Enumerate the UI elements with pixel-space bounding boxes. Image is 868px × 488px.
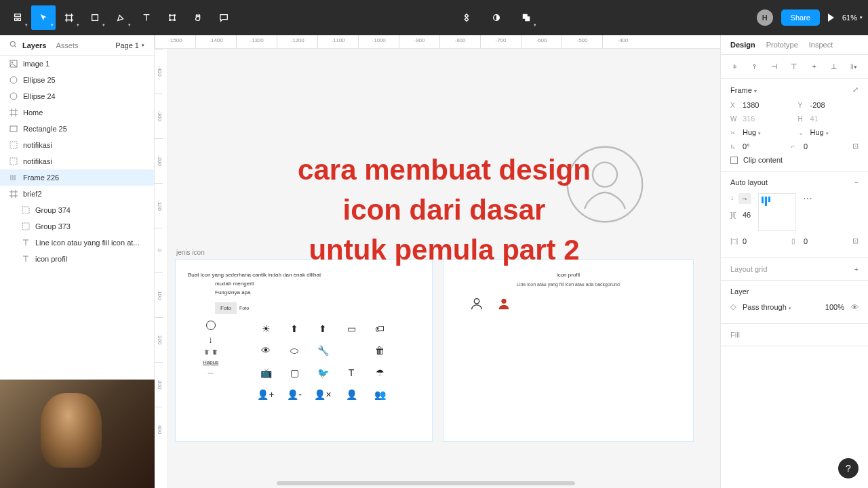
layer-item[interactable]: Group 373 [0, 218, 154, 235]
layer-item[interactable]: brief2 [0, 186, 154, 202]
hresize-select[interactable]: Hug ▾ [743, 128, 761, 136]
text-icon [22, 239, 30, 247]
main-menu-button[interactable]: ▾ [5, 5, 30, 30]
mask-icon[interactable] [484, 5, 509, 30]
gap-input[interactable]: 46 [743, 211, 751, 219]
layer-item[interactable]: image 1 [0, 56, 154, 72]
layer-item[interactable]: icon profil [0, 251, 154, 267]
svg-rect-0 [15, 14, 21, 17]
layer-label: Ellipse 24 [23, 92, 56, 100]
layer-label: notifikasi [23, 141, 52, 149]
canvas-scrollbar[interactable] [277, 481, 575, 485]
component-icon[interactable] [454, 5, 479, 30]
align-bottom-icon[interactable]: ⊥ [829, 62, 839, 71]
hand-tool-button[interactable] [186, 5, 210, 30]
toolbar-right: H Share 61%▾ [757, 9, 863, 26]
frame-icon [9, 108, 18, 117]
pen-tool-button[interactable]: ▾ [108, 5, 133, 30]
align-right-icon[interactable]: ⊣ [770, 62, 779, 71]
layer-item[interactable]: notifikasi [0, 153, 154, 169]
ab2-title: icon profil [456, 272, 681, 278]
layer-item[interactable]: Home [0, 104, 154, 121]
right-panel-tabs: Design Prototype Inspect [721, 35, 868, 55]
autolayout-more-button[interactable]: ⋯ [803, 193, 813, 204]
boolean-icon[interactable]: ▾ [514, 5, 538, 30]
profile-icons [456, 296, 681, 311]
layer-item[interactable]: Group 374 [0, 202, 154, 218]
toolbar-tools: ▾ ▾ ▾ ▾ ▾ [5, 5, 236, 30]
svg-rect-19 [22, 207, 29, 214]
add-grid-button[interactable]: + [854, 265, 859, 273]
ellipse-icon [9, 92, 18, 100]
fill-section: Fill [721, 324, 868, 346]
shape-tool-button[interactable]: ▾ [83, 5, 107, 30]
align-vcenter-icon[interactable]: + [810, 62, 819, 71]
top-toolbar: ▾ ▾ ▾ ▾ ▾ ▾ H Share 61%▾ [0, 0, 868, 35]
group-icon [22, 206, 30, 214]
artboard-icon-profil[interactable]: icon profil Line icon atau yang fiil ico… [443, 259, 694, 442]
layer-label: Rectangle 25 [23, 125, 67, 133]
help-button[interactable]: ? [838, 458, 859, 479]
canvas-content[interactable]: cara membuat design icon dari dasar untu… [168, 49, 720, 488]
inspect-tab[interactable]: Inspect [809, 41, 833, 49]
visibility-icon[interactable]: 👁 [851, 303, 859, 311]
padding-v-input[interactable]: 0 [804, 237, 808, 245]
page-selector[interactable]: Page 1▾ [115, 41, 144, 49]
svg-point-11 [10, 41, 15, 46]
text-tool-button[interactable] [134, 5, 159, 30]
rotation-input[interactable]: 0° [743, 142, 750, 150]
vresize-select[interactable]: Hug ▾ [810, 128, 829, 136]
ellipse-icon [9, 76, 18, 84]
frame-tool-button[interactable]: ▾ [57, 5, 81, 30]
user-avatar[interactable]: H [757, 9, 773, 26]
remove-autolayout-button[interactable]: − [854, 178, 859, 186]
radius-input[interactable]: 0 [804, 142, 808, 150]
share-button[interactable]: Share [781, 9, 820, 26]
layers-tab[interactable]: Layers [22, 41, 46, 49]
direction-vertical-button[interactable]: ↓ [730, 193, 734, 204]
independent-padding-icon[interactable]: ⊡ [852, 237, 859, 245]
right-panel: Design Prototype Inspect ⊧ ⫯ ⊣ ⊤ + ⊥ ⦀▾ … [720, 35, 868, 488]
clip-content-checkbox[interactable]: Clip content [730, 156, 859, 164]
icon-grid: ☀⬆⬆▭🏷 👁⬭🔧🗑 📺▢🐦T☂ 👤+👤-👤×👤👥 [256, 323, 420, 400]
layer-item[interactable]: Rectangle 25 [0, 121, 154, 137]
layer-item[interactable]: Ellipse 25 [0, 72, 154, 88]
y-input[interactable]: -208 [810, 101, 825, 109]
layer-label: Group 374 [35, 206, 71, 214]
distribute-icon[interactable]: ⦀▾ [849, 62, 859, 71]
x-input[interactable]: 1380 [743, 101, 759, 109]
w-input[interactable]: 316 [743, 115, 755, 123]
move-tool-button[interactable]: ▾ [31, 5, 56, 30]
blend-mode-select[interactable]: Pass through ▾ [743, 303, 791, 311]
align-left-icon[interactable]: ⊧ [730, 62, 740, 71]
assets-tab[interactable]: Assets [56, 41, 78, 49]
resources-button[interactable] [160, 5, 184, 30]
artboard-jenis-icon[interactable]: Buat icon yang sederhana cantik indah da… [175, 259, 433, 442]
canvas[interactable]: -1500-1400-1300-1200-1100-1000-900-800-7… [155, 35, 720, 488]
layer-list: image 1Ellipse 25Ellipse 24HomeRectangle… [0, 56, 154, 380]
h-input[interactable]: 41 [810, 115, 818, 123]
layer-label: Line icon atau yang fiil icon at... [35, 239, 139, 247]
layer-item[interactable]: Line icon atau yang fiil icon at... [0, 235, 154, 251]
group-icon [9, 141, 18, 149]
frame-label[interactable]: jenis icon [176, 249, 205, 256]
zoom-control[interactable]: 61%▾ [842, 14, 863, 22]
prototype-tab[interactable]: Prototype [766, 41, 798, 49]
layer-label: brief2 [23, 190, 42, 198]
padding-h-input[interactable]: 0 [743, 237, 747, 245]
alignment-box[interactable] [758, 193, 796, 231]
align-top-icon[interactable]: ⊤ [789, 62, 799, 71]
design-tab[interactable]: Design [730, 41, 755, 49]
present-button[interactable] [828, 14, 834, 22]
layer-item[interactable]: Ellipse 24 [0, 88, 154, 104]
layer-item[interactable]: Frame 226 [0, 169, 154, 186]
layer-item[interactable]: notifikasi [0, 137, 154, 153]
opacity-input[interactable]: 100% [825, 303, 844, 311]
svg-rect-2 [18, 18, 21, 21]
independent-corners-icon[interactable]: ⊡ [852, 142, 859, 150]
comment-tool-button[interactable] [212, 5, 236, 30]
align-hcenter-icon[interactable]: ⫯ [750, 62, 760, 71]
search-icon[interactable] [9, 41, 17, 49]
direction-horizontal-button[interactable]: → [738, 193, 751, 204]
resize-to-fit-icon[interactable]: ⤢ [852, 85, 859, 94]
